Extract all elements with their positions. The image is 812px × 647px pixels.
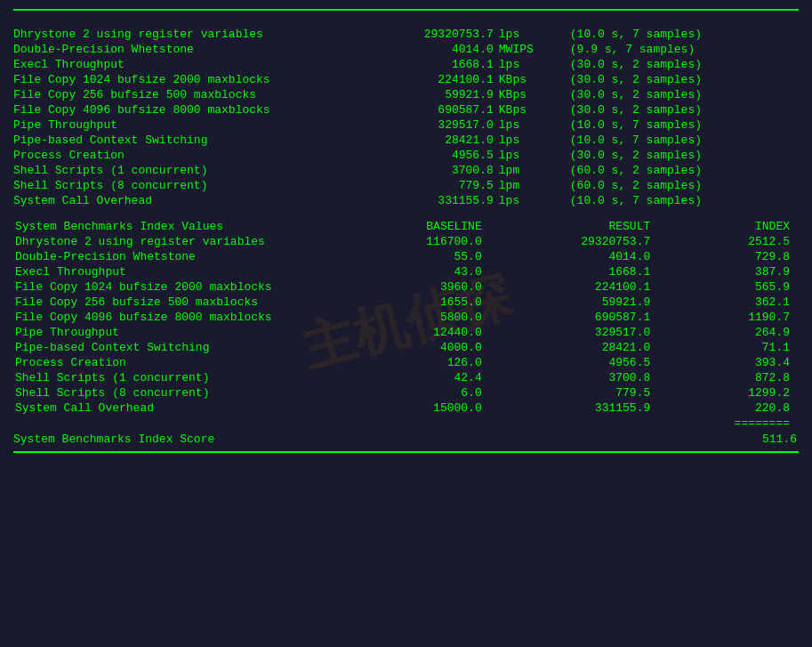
index-label: File Copy 256 bufsize 500 maxblocks	[13, 295, 351, 310]
index-index: 220.8	[659, 400, 799, 416]
index-label: Process Creation	[13, 355, 351, 370]
index-header-baseline: BASELINE	[351, 219, 491, 234]
index-result-row: Shell Scripts (8 concurrent) 6.0 779.5 1…	[13, 385, 799, 400]
index-index: 362.1	[659, 295, 799, 310]
raw-unit: lps	[499, 148, 570, 163]
index-baseline: 116700.0	[351, 234, 491, 249]
index-baseline: 5800.0	[351, 310, 491, 325]
index-index: 387.9	[659, 264, 799, 279]
index-index: 872.8	[659, 370, 799, 385]
raw-result-row: Execl Throughput 1668.1 lps (30.0 s, 2 s…	[13, 57, 799, 72]
raw-label: Double-Precision Whetstone	[13, 42, 369, 57]
raw-result-row: File Copy 256 bufsize 500 maxblocks 5992…	[13, 87, 799, 102]
raw-note: (30.0 s, 2 samples)	[570, 87, 799, 102]
index-result-row: Shell Scripts (1 concurrent) 42.4 3700.8…	[13, 370, 799, 385]
raw-note: (10.0 s, 7 samples)	[570, 27, 799, 42]
raw-value: 690587.1	[369, 102, 499, 117]
index-label: Shell Scripts (8 concurrent)	[13, 385, 351, 400]
main-content: Dhrystone 2 using register variables 293…	[13, 9, 799, 453]
raw-note: (30.0 s, 2 samples)	[570, 102, 799, 117]
index-result-row: Execl Throughput 43.0 1668.1 387.9	[13, 264, 799, 279]
raw-value: 224100.1	[369, 72, 499, 87]
raw-value: 4014.0	[369, 42, 499, 57]
index-baseline: 15000.0	[351, 400, 491, 416]
index-label: Dhrystone 2 using register variables	[13, 234, 351, 249]
index-label: File Copy 1024 bufsize 2000 maxblocks	[13, 279, 351, 295]
index-result: 1668.1	[491, 264, 660, 279]
index-index: 565.9	[659, 279, 799, 295]
index-result: 3700.8	[491, 370, 660, 385]
raw-value: 59921.9	[369, 87, 499, 102]
equals-separator: ========	[659, 416, 799, 431]
raw-label: Dhrystone 2 using register variables	[13, 27, 369, 42]
index-result-row: File Copy 256 bufsize 500 maxblocks 1655…	[13, 295, 799, 310]
raw-unit: lps	[499, 133, 570, 148]
raw-label: Shell Scripts (1 concurrent)	[13, 163, 369, 178]
raw-result-row: Process Creation 4956.5 lps (30.0 s, 2 s…	[13, 148, 799, 163]
index-baseline: 12440.0	[351, 325, 491, 340]
index-header-row: System Benchmarks Index Values BASELINE …	[13, 219, 799, 234]
raw-value: 779.5	[369, 178, 499, 193]
raw-value: 3700.8	[369, 163, 499, 178]
index-label: Double-Precision Whetstone	[13, 249, 351, 264]
raw-value: 331155.9	[369, 193, 499, 208]
index-label: System Call Overhead	[13, 400, 351, 416]
index-baseline: 6.0	[351, 385, 491, 400]
raw-unit: lpm	[499, 163, 570, 178]
raw-unit: lps	[499, 57, 570, 72]
score-value: 511.6	[762, 433, 797, 446]
index-label: Execl Throughput	[13, 264, 351, 279]
raw-label: Pipe Throughput	[13, 117, 369, 133]
raw-unit: KBps	[499, 72, 570, 87]
raw-note: (10.0 s, 7 samples)	[570, 133, 799, 148]
index-index: 393.4	[659, 355, 799, 370]
raw-label: Execl Throughput	[13, 57, 369, 72]
raw-note: (9.9 s, 7 samples)	[570, 42, 799, 57]
index-index: 729.8	[659, 249, 799, 264]
raw-result-row: Dhrystone 2 using register variables 293…	[13, 27, 799, 42]
raw-note: (30.0 s, 2 samples)	[570, 72, 799, 87]
index-index: 2512.5	[659, 234, 799, 249]
raw-note: (10.0 s, 7 samples)	[570, 117, 799, 133]
raw-label: Process Creation	[13, 148, 369, 163]
index-result-row: File Copy 1024 bufsize 2000 maxblocks 39…	[13, 279, 799, 295]
raw-unit: KBps	[499, 87, 570, 102]
index-result: 4956.5	[491, 355, 660, 370]
index-result: 28421.0	[491, 340, 660, 355]
raw-label: Shell Scripts (8 concurrent)	[13, 178, 369, 193]
raw-unit: MWIPS	[499, 42, 570, 57]
index-baseline: 43.0	[351, 264, 491, 279]
raw-result-row: Shell Scripts (8 concurrent) 779.5 lpm (…	[13, 178, 799, 193]
top-border	[13, 9, 799, 11]
raw-unit: lps	[499, 117, 570, 133]
index-result-row: File Copy 4096 bufsize 8000 maxblocks 58…	[13, 310, 799, 325]
index-baseline: 3960.0	[351, 279, 491, 295]
index-result-row: Process Creation 126.0 4956.5 393.4	[13, 355, 799, 370]
equals-row: ========	[13, 416, 799, 431]
raw-label: File Copy 4096 bufsize 8000 maxblocks	[13, 102, 369, 117]
index-result: 224100.1	[491, 279, 660, 295]
raw-note: (10.0 s, 7 samples)	[570, 193, 799, 208]
final-score-line: System Benchmarks Index Score 511.6	[13, 433, 799, 446]
index-result: 59921.9	[491, 295, 660, 310]
index-index: 1299.2	[659, 385, 799, 400]
raw-note: (30.0 s, 2 samples)	[570, 148, 799, 163]
index-baseline: 55.0	[351, 249, 491, 264]
raw-label: System Call Overhead	[13, 193, 369, 208]
index-result-row: System Call Overhead 15000.0 331155.9 22…	[13, 400, 799, 416]
index-header-result: RESULT	[491, 219, 660, 234]
index-result-row: Double-Precision Whetstone 55.0 4014.0 7…	[13, 249, 799, 264]
raw-result-row: File Copy 1024 bufsize 2000 maxblocks 22…	[13, 72, 799, 87]
raw-value: 28421.0	[369, 133, 499, 148]
raw-value: 29320753.7	[369, 27, 499, 42]
index-baseline: 4000.0	[351, 340, 491, 355]
index-baseline: 1655.0	[351, 295, 491, 310]
raw-result-row: Pipe Throughput 329517.0 lps (10.0 s, 7 …	[13, 117, 799, 133]
index-result-row: Dhrystone 2 using register variables 116…	[13, 234, 799, 249]
index-result: 29320753.7	[491, 234, 660, 249]
index-result: 329517.0	[491, 325, 660, 340]
index-baseline: 42.4	[351, 370, 491, 385]
raw-note: (30.0 s, 2 samples)	[570, 57, 799, 72]
raw-unit: lpm	[499, 178, 570, 193]
raw-unit: KBps	[499, 102, 570, 117]
